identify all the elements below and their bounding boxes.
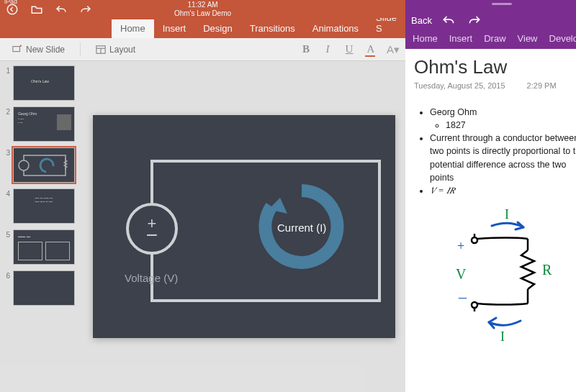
page-date: Tuesday, August 25, 2015 (414, 81, 505, 90)
thumb4-body: ▪▪▪▪ ▪▪▪ ▪▪▪▪▪ ▪▪▪▪▪▪▪ ▪▪▪▪▪ ▪▪ ▪▪▪▪ (19, 196, 68, 204)
slide-thumb-3[interactable] (13, 147, 75, 183)
file-icon[interactable] (29, 2, 45, 17)
onenote-page[interactable]: Ohm's Law Tuesday, August 25, 2015 2:29 … (405, 49, 576, 392)
ink-circuit-sketch: I (436, 207, 565, 351)
svg-point-9 (472, 302, 477, 308)
bold-button[interactable]: B (300, 43, 312, 56)
slide-thumbnails: 1 Ohm's Law 2 Georg Ohm ▪ ▪▪▪▪▪ ▪▪▪ 3 (0, 61, 83, 392)
thumb3-circuit (14, 148, 75, 183)
tab-home[interactable]: Home (112, 19, 154, 38)
slide-thumb-4[interactable]: ▪▪▪▪ ▪▪▪ ▪▪▪▪▪ ▪▪▪▪▪▪▪ ▪▪▪▪▪ ▪▪ ▪▪▪▪ (13, 188, 75, 224)
underline-button[interactable]: U (343, 43, 355, 56)
thumb1-title: Ohm's Law (31, 79, 49, 83)
voltage-label: Voltage (V) (125, 272, 178, 284)
slide-3: + − Current (I) Voltage (V) (93, 115, 395, 338)
minus-icon: − (146, 230, 158, 240)
new-slide-icon (12, 45, 22, 55)
font-color-button[interactable]: A (365, 43, 377, 56)
on-tab-insert[interactable]: Insert (449, 33, 473, 46)
tab-animations[interactable]: Animations (304, 19, 367, 38)
thumb2-body: ▪ ▪▪▪▪▪ ▪▪▪ (18, 117, 24, 124)
thumb2-title: Georg Ohm (18, 111, 37, 116)
italic-button[interactable]: I (322, 43, 333, 56)
new-slide-label: New Slide (26, 45, 65, 55)
voltage-source: + − (126, 203, 178, 255)
separator (80, 42, 81, 57)
layout-label: Layout (109, 45, 135, 55)
slide-canvas[interactable]: + − Current (I) Voltage (V) (83, 61, 405, 392)
bullet-definition: Current through a conductor between two … (430, 132, 576, 184)
thumb-number: 4 (3, 188, 10, 198)
page-title[interactable]: Ohm's Law (414, 56, 576, 78)
onenote-tabs: Home Insert Draw View Developer (405, 32, 576, 49)
back-icon[interactable] (4, 2, 20, 17)
undo-icon[interactable] (439, 12, 458, 29)
svg-point-0 (7, 4, 17, 14)
slide-thumb-2[interactable]: Georg Ohm ▪ ▪▪▪▪▪ ▪▪▪ (13, 106, 75, 142)
undo-icon[interactable] (53, 2, 69, 17)
ribbon: New Slide Layout B I U A A▾ (0, 38, 405, 61)
thumb-number: 6 (3, 270, 10, 280)
status-bar: iPad 11:32 AM Ohm's Law Demo (0, 0, 405, 18)
current-label: Current (I) (277, 222, 326, 234)
svg-point-8 (472, 237, 477, 243)
text-format-group: B I U A A▾ (300, 43, 398, 56)
tab-transitions[interactable]: Transitions (241, 19, 304, 38)
slide-thumb-1[interactable]: Ohm's Law (13, 65, 75, 101)
on-tab-home[interactable]: Home (413, 33, 438, 46)
page-time: 2:29 PM (527, 81, 557, 90)
layout-icon (96, 45, 106, 55)
slide-thumb-6[interactable] (13, 270, 75, 306)
ink-plus: + (457, 239, 464, 253)
svg-point-7 (38, 157, 55, 173)
thumb-number: 5 (3, 229, 10, 239)
ribbon-tabs: Home Insert Design Transitions Animation… (0, 18, 405, 38)
powerpoint-pane: iPad 11:32 AM Ohm's Law Demo (0, 0, 405, 392)
new-slide-button[interactable]: New Slide (7, 42, 70, 58)
on-tab-draw[interactable]: Draw (484, 33, 505, 46)
more-format-icon[interactable]: A▾ (387, 43, 398, 56)
thumb-number: 2 (3, 106, 10, 116)
bullet-georg: Georg Ohm (430, 107, 477, 117)
tab-insert[interactable]: Insert (154, 19, 195, 38)
bullet-year: 1827 (446, 119, 576, 132)
on-tab-developer[interactable]: Developer (549, 33, 576, 46)
ink-V: V (456, 266, 467, 282)
ink-I-top: I (505, 207, 509, 222)
bullet-equation: 𝑉 = 𝐼𝑅 (430, 184, 576, 197)
ink-minus: – (458, 288, 467, 306)
svg-point-6 (19, 160, 29, 170)
note-body[interactable]: Georg Ohm 1827 Current through a conduct… (414, 106, 576, 197)
slide-thumb-5[interactable]: ▪▪▪▪▪▪ ▪▪▪ (13, 229, 75, 265)
thumb-number: 3 (3, 147, 10, 157)
ink-I-bot: I (500, 329, 505, 344)
on-tab-view[interactable]: View (518, 33, 538, 46)
thumb-number: 1 (3, 65, 10, 75)
back-button[interactable]: Back (411, 15, 432, 26)
ink-R: R (542, 262, 552, 278)
onenote-pane: Back Home Insert Draw View Developer Ohm… (405, 0, 576, 392)
thumb5-title: ▪▪▪▪▪▪ ▪▪▪ (18, 234, 30, 239)
layout-button[interactable]: Layout (91, 42, 140, 58)
onenote-toolbar: Back (405, 0, 576, 32)
tab-design[interactable]: Design (194, 19, 240, 38)
redo-icon[interactable] (465, 12, 484, 29)
redo-icon[interactable] (78, 2, 94, 17)
drag-handle-icon[interactable] (492, 3, 512, 5)
svg-rect-1 (13, 46, 20, 51)
